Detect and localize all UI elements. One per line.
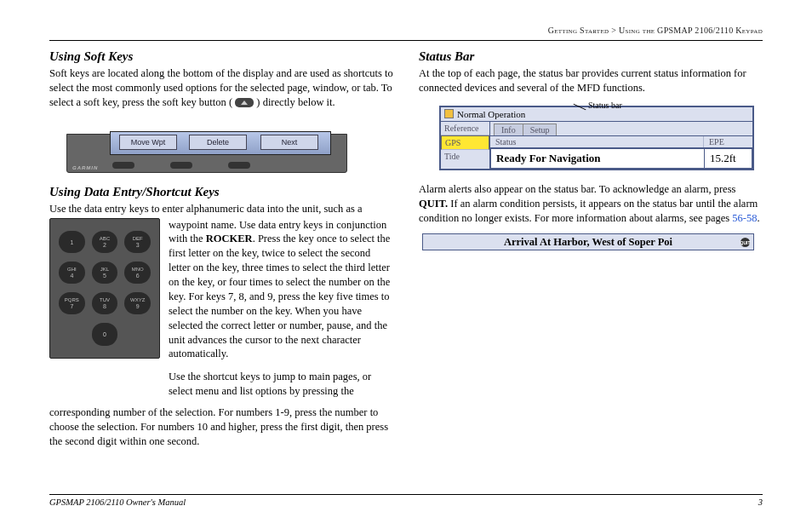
data-entry-para-1: waypoint name. Use data entry keys in co…	[169, 218, 393, 362]
col-epe: EPE	[703, 136, 752, 147]
footer-title: GPSMAP 2106/2110 Owner's Manual	[49, 497, 186, 507]
status-bar-title: Normal Operation	[457, 109, 525, 119]
status-bar-para-1: At the top of each page, the status bar …	[419, 66, 763, 95]
keypad-figure: 1 ABC2 DEF3 GHI4 JKL5 MNO6 PQRS7 TUV8 WX…	[49, 218, 160, 359]
status-text-b: If an alarm condition persists, it appea…	[419, 198, 758, 224]
col-status: Status	[490, 136, 703, 147]
status-value: Ready For Navigation	[490, 148, 705, 169]
page-footer: GPSMAP 2106/2110 Owner's Manual 3	[49, 494, 763, 507]
soft-keys-text-a: Soft keys are located along the bottom o…	[49, 67, 393, 108]
status-side-tabs: Reference GPS Tide	[441, 122, 490, 169]
soft-keys-text-b: ) directly below it.	[256, 96, 335, 108]
tab-setup: Setup	[523, 124, 558, 135]
alarm-bar-figure: Arrival At Harbor, West of Soper Poi QUI…	[422, 233, 754, 250]
status-bar-heading: Status Bar	[419, 49, 763, 64]
key-7: PQRS7	[59, 292, 85, 314]
soft-keys-paragraph: Soft keys are located along the bottom o…	[49, 66, 393, 110]
footer-page-number: 3	[758, 497, 763, 507]
softkey-next: Next	[260, 135, 318, 150]
side-tab-tide: Tide	[441, 150, 489, 163]
status-value-row: Ready For Navigation 15.2ft	[490, 148, 752, 169]
status-bar-para-2: Alarm alerts also appear on the status b…	[419, 182, 763, 226]
status-bar-box: Normal Operation Reference GPS Tide Info…	[439, 106, 754, 170]
status-tabs: Info Setup	[490, 122, 752, 136]
key-3: DEF3	[124, 231, 151, 253]
alarm-pages-link[interactable]: 56-58	[732, 212, 757, 224]
side-tab-reference: Reference	[441, 122, 489, 135]
hardware-buttons	[112, 162, 250, 169]
key-0: 0	[92, 323, 118, 345]
alarm-text: Arrival At Harbor, West of Soper Poi	[504, 236, 672, 249]
data-entry-heading: Using Data Entry/Shortcut Keys	[49, 185, 393, 199]
garmin-logo: GARMIN	[72, 165, 98, 170]
epe-value: 15.2ft	[705, 148, 752, 169]
hard-button-2	[170, 162, 192, 169]
right-column: Status Bar At the top of each page, the …	[419, 49, 763, 457]
hard-button-1	[112, 162, 134, 169]
data-entry-para-3: corresponding number of the selection. F…	[49, 405, 393, 449]
status-bar-figure: Status bar Normal Operation Reference GP…	[439, 106, 763, 170]
status-text-c: .	[758, 212, 760, 224]
data-entry-text-b: . Press the key once to select the first…	[169, 233, 390, 359]
soft-keys-figure: Soft keys Move Wpt Delete Next	[66, 134, 347, 173]
tab-info: Info	[494, 124, 523, 135]
breadcrumb-topic: Using the GPSMAP 2106/2110 Keypad	[619, 26, 763, 35]
softkey-move-wpt: Move Wpt	[119, 135, 177, 150]
data-entry-para-2: Use the shortcut keys to jump to main pa…	[169, 370, 393, 399]
status-text-a: Alarm alerts also appear on the status b…	[419, 183, 735, 195]
key-8: TUV8	[92, 292, 118, 314]
device-bezel: Move Wpt Delete Next GARMIN	[66, 134, 347, 173]
status-mode-icon	[444, 109, 454, 118]
status-bar-callout-label: Status bar	[588, 101, 622, 110]
key-6: MNO6	[124, 262, 151, 284]
key-1: 1	[59, 231, 85, 253]
header-divider	[49, 40, 763, 41]
soft-keys-heading: Using Soft Keys	[49, 49, 393, 64]
hard-button-3	[228, 162, 250, 169]
key-5: JKL5	[92, 262, 118, 284]
key-4: GHI4	[59, 262, 85, 284]
page-header: Getting Started > Using the GPSMAP 2106/…	[49, 26, 763, 35]
breadcrumb-section: Getting Started	[548, 26, 609, 35]
side-tab-gps: GPS	[441, 135, 489, 150]
quit-label: QUIT.	[419, 198, 448, 210]
soft-key-button-icon	[235, 98, 254, 107]
rocker-label: ROCKER	[206, 233, 253, 244]
quit-icon: QUIT	[741, 238, 750, 247]
device-screen: Move Wpt Delete Next	[110, 131, 331, 155]
left-column: Using Soft Keys Soft keys are located al…	[49, 49, 393, 457]
key-9: WXYZ9	[124, 292, 151, 314]
key-2: ABC2	[92, 231, 118, 253]
softkey-delete: Delete	[189, 135, 247, 150]
breadcrumb-sep: >	[611, 26, 616, 35]
status-subheader: Status EPE	[490, 136, 752, 148]
data-entry-intro: Use the data entry keys to enter alphanu…	[49, 202, 393, 216]
